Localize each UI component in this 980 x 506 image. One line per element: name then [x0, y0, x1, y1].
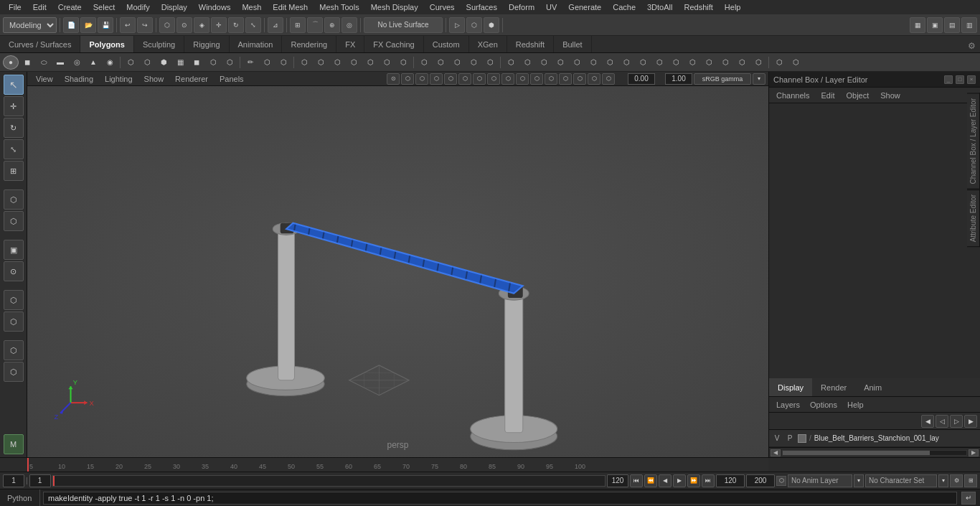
snap-curve-btn[interactable]: ⌒	[307, 17, 323, 33]
snap-view-btn[interactable]: ◎	[341, 17, 357, 33]
tab-fx-caching[interactable]: FX Caching	[364, 36, 423, 52]
vp-ctrl3[interactable]: ⬡	[415, 73, 428, 85]
op8[interactable]: ✏	[242, 55, 258, 70]
exposure-input[interactable]	[665, 73, 692, 85]
panel-maximize-btn[interactable]: □	[956, 75, 964, 84]
menu-uv[interactable]: UV	[540, 1, 562, 13]
vp-tool1[interactable]: ⬡	[503, 55, 519, 70]
colorspace-arrow[interactable]: ▾	[753, 73, 765, 85]
no-char-set-btn[interactable]: No Character Set	[865, 474, 937, 487]
vp-menu-renderer[interactable]: Renderer	[169, 73, 214, 85]
op10[interactable]: ⬡	[275, 55, 291, 70]
op14[interactable]: ⬡	[346, 55, 362, 70]
rotate-btn[interactable]: ↻	[228, 17, 244, 33]
vp-ctrl15[interactable]: ⬡	[588, 73, 600, 85]
vp-tool14[interactable]: ⬡	[717, 55, 733, 70]
menu-create[interactable]: Create	[52, 1, 88, 13]
anim-layer-arrow[interactable]: ▾	[854, 474, 864, 487]
settings-icon[interactable]: ⚙	[963, 39, 980, 52]
poly-torus-btn[interactable]: ◎	[69, 55, 85, 70]
snap-tool[interactable]: ⬡	[4, 340, 24, 360]
layer-row[interactable]: V P / Blue_Belt_Barriers_Stanchion_001_l…	[769, 430, 980, 447]
vp-tool7[interactable]: ⬡	[602, 55, 618, 70]
op22[interactable]: ⬡	[482, 55, 498, 70]
channel-box-side-tab[interactable]: Channel Box / Layer Editor	[967, 93, 980, 189]
tab-bullet[interactable]: Bullet	[554, 36, 592, 52]
step-back-btn[interactable]: ⏪	[644, 474, 657, 487]
vp-tool13[interactable]: ⬡	[701, 55, 717, 70]
menu-select[interactable]: Select	[88, 1, 121, 13]
tab-custom[interactable]: Custom	[424, 36, 469, 52]
right-tab-render[interactable]: Render	[812, 378, 855, 396]
vp-menu-show[interactable]: Show	[138, 73, 170, 85]
cam-tool1[interactable]: ⬡	[771, 55, 787, 70]
vp-ctrl16[interactable]: ⬡	[602, 73, 615, 85]
lasso-btn[interactable]: ⊙	[176, 17, 192, 33]
vp-tool15[interactable]: ⬡	[734, 55, 750, 70]
tab-animation[interactable]: Animation	[230, 36, 283, 52]
vp-tool3[interactable]: ⬡	[536, 55, 552, 70]
rotate-tool[interactable]: ↻	[4, 118, 24, 138]
no-anim-layer-btn[interactable]: No Anim Layer	[788, 474, 852, 487]
right-tab-anim[interactable]: Anim	[855, 378, 890, 396]
poly-cone-btn[interactable]: ▲	[85, 55, 101, 70]
save-btn[interactable]: 💾	[98, 17, 113, 33]
open-file-btn[interactable]: 📂	[80, 17, 96, 33]
select-btn[interactable]: ⬡	[159, 17, 175, 33]
go-start-btn[interactable]: ⏮	[630, 474, 643, 487]
paint-tool[interactable]: ⬡	[4, 211, 24, 231]
poly-sphere-btn[interactable]: ●	[3, 55, 19, 70]
right-tab-display[interactable]: Display	[769, 378, 812, 396]
op5[interactable]: ◼	[189, 55, 204, 70]
op13[interactable]: ⬡	[329, 55, 345, 70]
layer-next-btn[interactable]: ▷	[950, 415, 963, 428]
op7[interactable]: ⬡	[222, 55, 237, 70]
scroll-left-btn[interactable]: ◀	[771, 449, 781, 456]
tab-polygons[interactable]: Polygons	[80, 36, 134, 52]
panel-menu-edit[interactable]: Edit	[816, 90, 839, 101]
python-label[interactable]: Python	[4, 489, 40, 506]
char-set-arrow[interactable]: ▾	[938, 474, 948, 487]
vp-ctrl4[interactable]: ⬡	[430, 73, 443, 85]
menu-3dtall[interactable]: 3DtoAll	[641, 1, 678, 13]
redo-btn[interactable]: ↪	[137, 17, 153, 33]
layers-menu-help[interactable]: Help	[843, 399, 868, 411]
step-fwd-btn[interactable]: ⏩	[687, 474, 700, 487]
new-file-btn[interactable]: 📄	[63, 17, 79, 33]
menu-mesh[interactable]: Mesh	[236, 1, 267, 13]
playback-settings-btn[interactable]: ⚙	[950, 474, 963, 487]
layer-prev2-btn[interactable]: ◁	[936, 415, 948, 428]
op15[interactable]: ⬡	[362, 55, 378, 70]
tab-sculpting[interactable]: Sculpting	[134, 36, 184, 52]
show-manip[interactable]: ⬡	[4, 290, 24, 310]
cam-tool2[interactable]: ⬡	[788, 55, 804, 70]
tab-rigging[interactable]: Rigging	[184, 36, 229, 52]
menu-redshift[interactable]: Redshift	[678, 1, 718, 13]
go-end-btn[interactable]: ⏭	[702, 474, 715, 487]
lasso-tool2[interactable]: ⊙	[4, 261, 24, 281]
soft-select-btn[interactable]: ⊿	[268, 17, 283, 33]
move-tool[interactable]: ✛	[4, 96, 24, 116]
vp-ctrl14[interactable]: ⬡	[573, 73, 586, 85]
attribute-editor-side-tab[interactable]: Attribute Editor	[967, 189, 980, 247]
panel-minimize-btn[interactable]: _	[944, 75, 953, 84]
vp-tool16[interactable]: ⬡	[750, 55, 766, 70]
menu-deform[interactable]: Deform	[503, 1, 540, 13]
render-seq-btn[interactable]: ⬢	[484, 17, 499, 33]
anim-start-input[interactable]	[716, 474, 745, 487]
colorspace-btn[interactable]: sRGB gamma	[694, 73, 751, 85]
layers-menu-layers[interactable]: Layers	[772, 399, 804, 411]
layer-next2-btn[interactable]: ▶	[964, 415, 977, 428]
scroll-track[interactable]	[782, 450, 967, 456]
op17[interactable]: ⬡	[395, 55, 411, 70]
live-surface-btn[interactable]: No Live Surface	[364, 17, 443, 33]
menu-edit[interactable]: Edit	[27, 1, 52, 13]
panel-menu-show[interactable]: Show	[876, 90, 905, 101]
op11[interactable]: ⬡	[296, 55, 312, 70]
move-btn[interactable]: ✛	[211, 17, 227, 33]
vp-tool4[interactable]: ⬡	[552, 55, 568, 70]
op20[interactable]: ⬡	[449, 55, 465, 70]
sculpt-tool[interactable]: ⬡	[4, 189, 24, 210]
vp-menu-shading[interactable]: Shading	[59, 73, 99, 85]
layer-prev-btn[interactable]: ◀	[921, 415, 934, 428]
